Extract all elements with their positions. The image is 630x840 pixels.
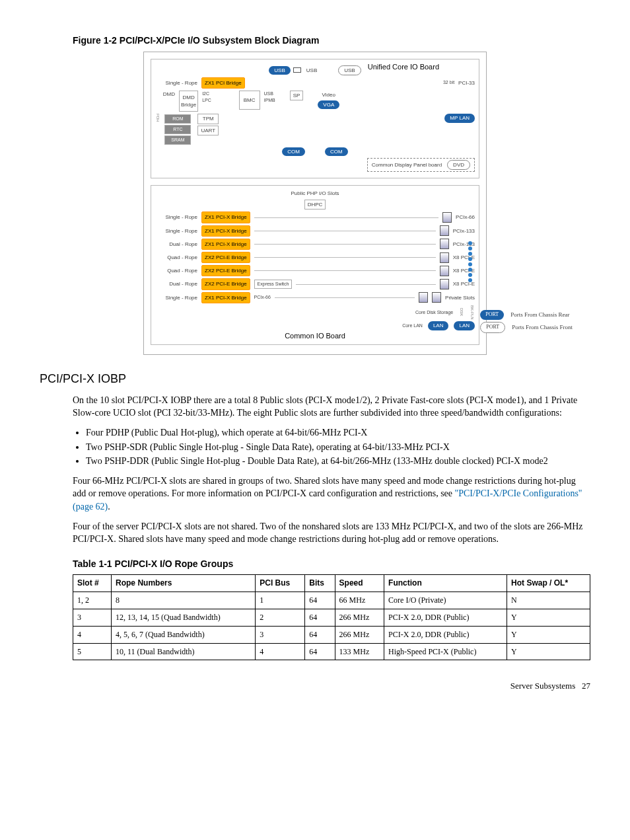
usb-pill: USB: [269, 66, 290, 75]
pci33-label: PCI-33: [458, 79, 475, 87]
block-diagram: Unified Core IO Board USB USB USB Single…: [143, 52, 487, 355]
vga-pill: VGA: [318, 100, 339, 109]
port-dot: [468, 268, 472, 272]
sram-box: SRAM: [164, 135, 191, 145]
rtc-box: RTC: [164, 125, 191, 134]
cell: Y: [507, 609, 590, 626]
bullet-2: Two PSHP-SDR (Public Single Hot-plug - S…: [86, 441, 590, 454]
rope-label-6: Single - Rope: [155, 294, 197, 301]
dmd-bridge-box: DMD Bridge: [179, 91, 198, 112]
table-header-row: Slot # Rope Numbers PCI Bus Bits Speed F…: [73, 575, 590, 592]
rom-box: ROM: [164, 114, 191, 124]
slot-icon-2: [440, 239, 449, 249]
cell: 10, 11 (Dual Bandwidth): [112, 643, 256, 660]
zx1-pci-bridge: ZX1 PCI Bridge: [201, 77, 245, 89]
bmc-box: BMC: [239, 91, 260, 110]
footer-section: Server Subsystems: [510, 681, 576, 691]
legend-port-rear: PORT: [480, 310, 504, 320]
slot-icon-4: [440, 266, 449, 276]
rope-bridge-2: ZX1 PCI-X Bridge: [201, 239, 250, 250]
common-io-board: Public PHP I/O Slots DHPC Single - RopeZ…: [151, 185, 479, 345]
dsk-label: DSK: [458, 308, 464, 316]
section-heading: PCI/PCI-X IOBP: [40, 371, 590, 387]
pcix66-label: PCIx-66: [254, 294, 271, 301]
lpc-label: LPC: [202, 97, 211, 104]
para-2: Four 66-MHz PCI/PCI-X slots are shared i…: [73, 475, 590, 514]
figure-caption: Figure 1-2 PCI/PCI-X/PCIe I/O Subsystem …: [73, 34, 590, 48]
slot-icon-6a: [419, 292, 428, 303]
ucio-board: Unified Core IO Board USB USB USB Single…: [151, 59, 479, 179]
legend-rear-text: Ports From Chassis Rear: [510, 310, 569, 319]
cell: 3: [73, 609, 112, 626]
th-bits: Bits: [305, 575, 335, 592]
cell: 266 MHz: [335, 626, 384, 643]
slot-icon-6b: [432, 292, 441, 303]
th-slot: Slot #: [73, 575, 112, 592]
cell: 64: [305, 643, 335, 660]
mplan-pill: MP LAN: [444, 114, 475, 122]
public-slots-hdr: Public PHP I/O Slots: [155, 190, 475, 197]
cell: 3: [256, 626, 305, 643]
cell: 2: [256, 609, 305, 626]
cell: 4: [73, 626, 112, 643]
rope-label-4: Quad - Rope: [155, 267, 197, 274]
pdh-label: PDH: [155, 114, 160, 122]
rope-bridge-5: ZX2 PCI-E Bridge: [201, 278, 250, 289]
rope-label-3: Quad - Rope: [155, 254, 197, 261]
i2c-label: I2C: [202, 91, 211, 97]
rope-bridge-0: ZX1 PCI-X Bridge: [201, 211, 250, 223]
cell: 66 MHz: [335, 592, 384, 609]
slot-icon-0: [442, 212, 452, 223]
bus-32bit: 32 bit: [443, 79, 454, 86]
sp-box: SP: [290, 91, 304, 100]
display-panel-label: Common Display Panel board: [372, 161, 442, 169]
rope-label-0: Single - Rope: [155, 213, 197, 221]
lan-pill-1: LAN: [428, 321, 449, 330]
slot-icon-3: [440, 252, 449, 263]
common-io-title: Common IO Board: [285, 331, 345, 341]
port-dot: [468, 257, 472, 261]
table-row: 5 10, 11 (Dual Bandwidth) 4 64 133 MHz H…: [73, 643, 590, 660]
tpm-box: TPM: [197, 114, 219, 124]
rope-bridge-4: ZX2 PCI-E Bridge: [201, 265, 250, 276]
th-speed: Speed: [335, 575, 384, 592]
legend-front-text: Ports From Chassis Front: [512, 323, 573, 332]
rope-groups-table: Slot # Rope Numbers PCI Bus Bits Speed F…: [73, 574, 590, 660]
cell: 1: [256, 592, 305, 609]
bullet-3: Two PSHP-DDR (Public Single Hot-plug - D…: [86, 455, 590, 468]
dhpc-box: DHPC: [304, 200, 326, 210]
diagram-container: Unified Core IO Board USB USB USB Single…: [40, 52, 590, 355]
table-row: 3 12, 13, 14, 15 (Quad Bandwidth) 2 64 2…: [73, 609, 590, 626]
cell: 5: [73, 643, 112, 660]
slot-icon-5: [440, 279, 449, 289]
th-rope: Rope Numbers: [112, 575, 256, 592]
table-caption: Table 1-1 PCI/PCI-X I/O Rope Groups: [73, 558, 590, 571]
ucio-title: Unified Core IO Board: [368, 62, 439, 72]
table-row: 4 4, 5, 6, 7 (Quad Bandwidth) 3 64 266 M…: [73, 626, 590, 643]
express-switch: Express Switch: [254, 280, 293, 289]
usb-slot-icon: [293, 67, 301, 73]
cell: PCI-X 2.0, DDR (Public): [384, 626, 507, 643]
rope-label-5: Dual - Rope: [155, 280, 197, 287]
dvd-pill: DVD: [447, 160, 470, 170]
rope-label-1: Single - Rope: [155, 227, 197, 235]
dmd-label: DMD: [155, 91, 175, 98]
port-dot: [468, 252, 472, 256]
cell: 266 MHz: [335, 609, 384, 626]
cell: N: [507, 592, 590, 609]
cell: PCI-X 2.0, DDR (Public): [384, 609, 507, 626]
diagram-legend: PORTPorts From Chassis Rear PORTPorts Fr…: [480, 308, 573, 335]
cell: 12, 13, 14, 15 (Quad Bandwidth): [112, 609, 256, 626]
port-dot: [468, 278, 472, 282]
cell: 8: [112, 592, 256, 609]
rope-bridge-1: ZX1 PCI-X Bridge: [201, 225, 250, 237]
cell: Core I/O (Private): [384, 592, 507, 609]
para-3: Four of the server PCI/PCI-X slots are n…: [73, 520, 590, 546]
cell: 1, 2: [73, 592, 112, 609]
port-dot: [468, 247, 472, 250]
slot-icon-1: [440, 225, 449, 236]
th-function: Function: [384, 575, 507, 592]
cell: Y: [507, 626, 590, 643]
cell: 64: [305, 609, 335, 626]
cell: 64: [305, 592, 335, 609]
